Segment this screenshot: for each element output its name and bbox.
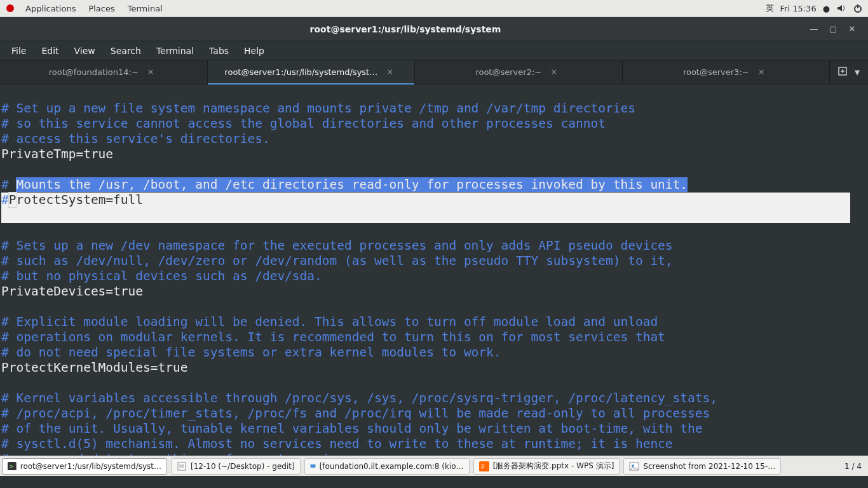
tab-close-icon[interactable]: ✕ bbox=[144, 67, 158, 77]
system-tray: 英 Fri 15:36 ● bbox=[766, 3, 863, 14]
app-menubar: File Edit View Search Terminal Tabs Help bbox=[0, 41, 868, 60]
tab-server3[interactable]: root@server3:~ ✕ bbox=[623, 60, 831, 84]
tab-label: root@server3:~ bbox=[683, 67, 749, 77]
editor-cursor: P bbox=[9, 193, 17, 207]
volume-icon[interactable] bbox=[836, 3, 846, 13]
editor-line: # Explicit module loading will be denied… bbox=[1, 315, 658, 329]
desktop-taskbar: > root@server1:/usr/lib/systemd/syst… [1… bbox=[0, 456, 868, 476]
wps-icon: P bbox=[479, 461, 489, 471]
taskbar-item-label: Screenshot from 2021-12-10 15-… bbox=[643, 462, 775, 471]
editor-line: # of the unit. Usually, tunable kernel v… bbox=[1, 421, 703, 436]
editor-highlight-line bbox=[1, 208, 850, 223]
editor-line: # Sets up a new /dev namespace for the e… bbox=[1, 238, 673, 253]
tab-label: root@server2:~ bbox=[475, 67, 541, 77]
svg-rect-12 bbox=[311, 468, 313, 468]
tab-server2[interactable]: root@server2:~ ✕ bbox=[415, 60, 623, 84]
minimize-button[interactable]: — bbox=[804, 24, 824, 34]
menu-search[interactable]: Search bbox=[103, 43, 149, 58]
tab-label: root@server1:/usr/lib/systemd/syst… bbox=[224, 67, 377, 77]
editor-line: # operations on modular kernels. It is r… bbox=[1, 330, 665, 344]
display-icon bbox=[310, 461, 316, 471]
window-title: root@server1:/usr/lib/systemd/system bbox=[6, 24, 804, 34]
clock-dot: ● bbox=[823, 4, 830, 13]
workspace-indicator[interactable]: 1 / 4 bbox=[838, 462, 868, 471]
clock-label[interactable]: Fri 15:36 bbox=[780, 4, 817, 13]
editor-line: # such as /dev/null, /dev/zero or /dev/r… bbox=[1, 254, 673, 268]
editor-line: # do not need special file systems or ex… bbox=[1, 345, 501, 360]
menu-view[interactable]: View bbox=[67, 43, 103, 58]
editor-line-selection: Mounts the /usr, /boot, and /etc directo… bbox=[16, 177, 688, 192]
taskbar-item-wps[interactable]: P [服务器架构演变.pptx - WPS 演示] bbox=[473, 458, 620, 475]
tab-label: root@foundation14:~ bbox=[49, 67, 139, 77]
tab-menu-icon[interactable]: ▾ bbox=[855, 66, 860, 78]
editor-line: # access this service's directories. bbox=[1, 132, 270, 146]
tab-tools: ▾ bbox=[830, 60, 868, 84]
terminal-icon: > bbox=[8, 461, 17, 471]
gedit-icon bbox=[177, 461, 187, 471]
menu-file[interactable]: File bbox=[4, 43, 34, 58]
image-icon bbox=[629, 461, 639, 471]
menu-tabs[interactable]: Tabs bbox=[201, 43, 236, 58]
power-icon[interactable] bbox=[853, 3, 863, 13]
redhat-logo-icon bbox=[5, 3, 15, 13]
taskbar-item-terminal[interactable]: > root@server1:/usr/lib/systemd/syst… bbox=[2, 458, 167, 475]
new-tab-icon[interactable] bbox=[838, 66, 847, 78]
editor-line: # recommended to turn this on for most s… bbox=[1, 452, 360, 456]
close-button[interactable]: ✕ bbox=[843, 24, 862, 34]
svg-text:>: > bbox=[10, 463, 14, 470]
editor-line: ProtectKernelModules=true bbox=[1, 360, 188, 375]
taskbar-item-label: [12-10 (~/Desktop) - gedit] bbox=[191, 462, 295, 471]
terminal-viewport[interactable]: # Set up a new file system namespace and… bbox=[0, 85, 868, 456]
editor-line: # bbox=[1, 177, 16, 192]
editor-line: # so this service cannot access the glob… bbox=[1, 116, 606, 131]
menu-edit[interactable]: Edit bbox=[34, 43, 66, 58]
editor-line: # /proc/acpi, /proc/timer_stats, /proc/f… bbox=[1, 406, 710, 421]
tab-server1[interactable]: root@server1:/usr/lib/systemd/syst… ✕ bbox=[208, 60, 416, 84]
tab-close-icon[interactable]: ✕ bbox=[546, 67, 561, 77]
svg-rect-11 bbox=[310, 464, 315, 468]
editor-line: # Kernel variables accessible through /p… bbox=[1, 391, 717, 405]
tab-close-icon[interactable]: ✕ bbox=[383, 67, 397, 77]
svg-rect-8 bbox=[178, 463, 186, 470]
taskbar-item-label: [foundation0.ilt.example.com:8 (kio… bbox=[320, 462, 464, 471]
window-titlebar: root@server1:/usr/lib/systemd/system — ▢… bbox=[0, 17, 868, 41]
taskbar-item-label: root@server1:/usr/lib/systemd/syst… bbox=[20, 462, 161, 471]
ime-indicator[interactable]: 英 bbox=[766, 3, 774, 14]
maximize-button[interactable]: ▢ bbox=[824, 24, 843, 34]
taskbar-item-vnc[interactable]: [foundation0.ilt.example.com:8 (kio… bbox=[304, 458, 470, 475]
terminal-tabstrip: root@foundation14:~ ✕ root@server1:/usr/… bbox=[0, 60, 868, 85]
menu-help[interactable]: Help bbox=[236, 43, 272, 58]
tab-close-icon[interactable]: ✕ bbox=[754, 67, 769, 77]
applications-menu[interactable]: Applications bbox=[19, 1, 82, 16]
editor-line: # Set up a new file system namespace and… bbox=[1, 101, 635, 116]
taskbar-item-imageviewer[interactable]: Screenshot from 2021-12-10 15-… bbox=[623, 458, 781, 475]
terminal-menu[interactable]: Terminal bbox=[121, 1, 169, 16]
tab-foundation14[interactable]: root@foundation14:~ ✕ bbox=[0, 60, 208, 84]
editor-line: # sysctl.d(5) mechanism. Almost no servi… bbox=[1, 437, 673, 451]
svg-point-0 bbox=[6, 4, 14, 12]
svg-text:P: P bbox=[481, 464, 485, 470]
editor-line: PrivateDevices=true bbox=[1, 284, 143, 299]
editor-highlight-line: #ProtectSystem=full bbox=[1, 193, 850, 208]
places-menu[interactable]: Places bbox=[82, 1, 121, 16]
taskbar-item-gedit[interactable]: [12-10 (~/Desktop) - gedit] bbox=[171, 458, 301, 475]
taskbar-item-label: [服务器架构演变.pptx - WPS 演示] bbox=[493, 461, 614, 471]
desktop-top-bar: Applications Places Terminal 英 Fri 15:36… bbox=[0, 0, 868, 17]
menu-terminal[interactable]: Terminal bbox=[149, 43, 201, 58]
editor-line: # but no physical devices such as /dev/s… bbox=[1, 269, 322, 283]
editor-line: PrivateTmp=true bbox=[1, 147, 113, 161]
